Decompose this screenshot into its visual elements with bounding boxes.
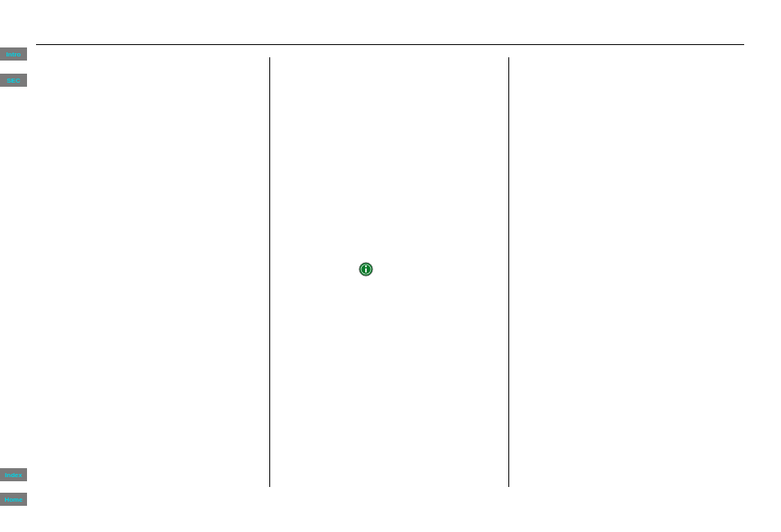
column-divider-2	[508, 57, 509, 487]
sidebar-tab-index[interactable]: Index	[0, 468, 27, 481]
sidebar-tab-intro[interactable]: Intro	[0, 47, 27, 61]
svg-point-4	[365, 265, 367, 267]
svg-rect-3	[365, 268, 367, 273]
column-divider-1	[269, 57, 270, 487]
top-divider	[36, 44, 744, 45]
sidebar-tab-sec[interactable]: SEC	[0, 74, 27, 87]
info-icon[interactable]	[359, 262, 373, 277]
sidebar-tab-home[interactable]: Home	[0, 493, 27, 506]
main-table-area	[36, 57, 744, 487]
